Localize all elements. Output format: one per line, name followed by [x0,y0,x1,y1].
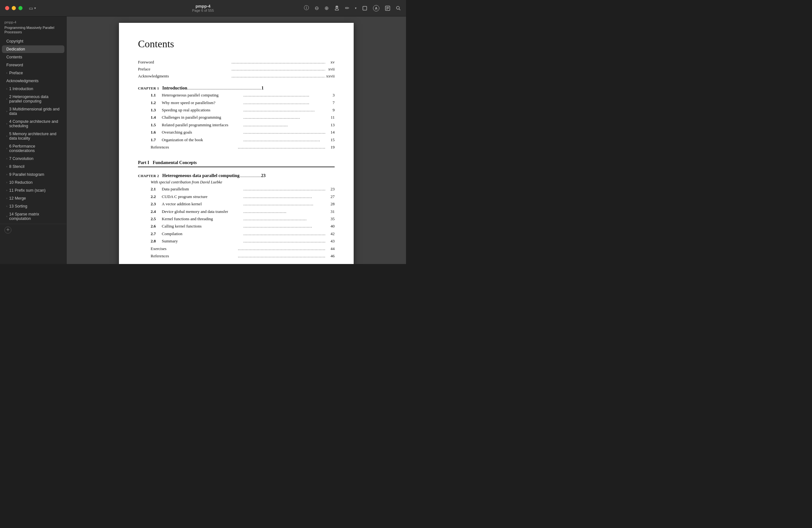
chevron-icon: › [6,122,7,125]
chevron-icon: › [6,197,7,200]
sidebar-item-copyright[interactable]: Copyright [2,38,64,45]
ch2-sec25: 2.5 Kernel functions and threading .....… [138,215,335,223]
sidebar-item-ch10[interactable]: › 10 Reduction [2,179,64,186]
markup-icon[interactable] [385,6,390,11]
ch1-label: CHAPTER 1 [138,86,159,90]
main-layout: pmpp-4 Programming Massively Parallel Pr… [0,16,406,264]
sidebar-icon: ▭ [29,6,33,11]
sidebar-item-ch7[interactable]: › 7 Convolution [2,155,64,162]
zoom-in-icon[interactable]: ⊕ [324,5,329,11]
foreword-page: xv [325,59,335,66]
chevron-icon: › [6,71,7,74]
document-page: Page 6 of 555 [192,9,214,12]
ch2-label: CHAPTER 2 [138,174,159,178]
sidebar: pmpp-4 Programming Massively Parallel Pr… [0,16,67,264]
sidebar-item-ch14[interactable]: › 14 Sparse matrix computation [2,210,64,223]
document-filename: pmpp-4 [196,4,211,9]
chevron-icon: › [6,205,7,208]
sidebar-item-ch4[interactable]: › 4 Compute architecture and scheduling [2,118,64,130]
ch2-sec23: 2.3 A vector addition kernel ...........… [138,200,335,208]
ch1-references: References .............................… [138,143,335,151]
svg-line-7 [399,9,400,10]
sidebar-item-preface[interactable]: › Preface [2,69,64,77]
toc-foreword: Foreword ...............................… [138,59,335,66]
ch1-sec12: 1.2 Why more speed or parallelism? .....… [138,99,335,106]
pdf-page: Contents Foreword ......................… [119,23,354,264]
add-document-button[interactable]: + [4,227,11,233]
close-button[interactable] [5,6,9,10]
sidebar-item-ch3[interactable]: › 3 Multidimensional grids and data [2,105,64,117]
sidebar-item-ch5[interactable]: › 5 Memory architecture and data localit… [2,130,64,142]
sidebar-item-ch6[interactable]: › 6 Performance considerations [2,142,64,155]
foreword-label: Foreword [138,59,232,66]
book-title: Programming Massively Parallel Processor… [0,25,66,37]
toc-frontmatter: Foreword ...............................… [138,59,335,80]
fit-page-icon[interactable] [362,6,367,11]
toc-preface: Preface ................................… [138,66,335,73]
sidebar-item-ch12[interactable]: › 12 Merge [2,195,64,202]
ch2-sec27: 2.7 Compilation ........................… [138,230,335,237]
maximize-button[interactable] [18,6,23,10]
minimize-button[interactable] [12,6,16,10]
chevron-icon: › [6,189,7,192]
ch1-sec16: 1.6 Overarching goals ..................… [138,129,335,136]
title-bar: ▭ ▾ pmpp-4 Page 6 of 555 ⓘ ⊖ ⊕ ✏ ▾ A [0,0,406,16]
title-center: pmpp-4 Page 6 of 555 [192,4,214,12]
sidebar-item-ch11[interactable]: › 11 Prefix sum (scan) [2,187,64,194]
ch2-exercises: Exercises ..............................… [138,245,335,252]
sidebar-item-ch1[interactable]: › 1 Introduction [2,85,64,92]
circle-a-icon[interactable]: A [373,5,379,11]
ack-label: Acknowledgments [138,73,232,80]
ch2-sec26: 2.6 Calling kernel functions ...........… [138,223,335,230]
ack-page: xxvii [325,73,335,80]
svg-rect-1 [363,6,367,10]
preface-label: Preface [138,66,232,73]
ch2-sec24: 2.4 Device global memory and data transf… [138,208,335,215]
share-icon[interactable] [334,6,339,11]
chevron-icon: › [6,215,7,218]
preface-page: xvii [325,66,335,73]
chevron-icon: › [6,87,7,90]
sidebar-item-foreword[interactable]: Foreword [2,61,64,69]
chevron-icon: › [6,110,7,113]
sidebar-item-contents[interactable]: Contents [2,53,64,61]
info-icon[interactable]: ⓘ [304,5,309,11]
ch2-sec28: 2.8 Summary ............................… [138,237,335,245]
ch1-sec14: 1.4 Challenges in parallel programming .… [138,114,335,121]
sidebar-item-ch2[interactable]: › 2 Heterogeneous data parallel computin… [2,93,64,105]
sidebar-item-ch8[interactable]: › 8 Stencil [2,163,64,170]
sidebar-bottom: + [0,224,66,236]
chevron-icon: › [6,173,7,176]
zoom-out-icon[interactable]: ⊖ [315,5,319,11]
chapter1-heading: CHAPTER 1 Introduction..................… [138,85,335,91]
chevron-icon: › [6,134,7,138]
sidebar-item-acknowledgments[interactable]: Acknowledgments [2,77,64,85]
chapter1-section: CHAPTER 1 Introduction..................… [138,85,335,151]
ch1-sec17: 1.7 Organization of the book ...........… [138,136,335,143]
sidebar-item-ch13[interactable]: › 13 Sorting [2,202,64,210]
ch1-sec13: 1.3 Speeding up real applications ......… [138,106,335,114]
app-name: pmpp-4 [0,19,66,25]
chevron-icon: › [6,181,7,184]
pdf-area[interactable]: Contents Foreword ......................… [67,16,406,264]
sidebar-item-ch9[interactable]: › 9 Parallel histogram [2,171,64,178]
chevron-icon: › [6,157,7,160]
chevron-icon: › [6,147,7,150]
chevron-icon: › [6,97,7,101]
chevron-icon: › [6,165,7,168]
sidebar-toggle[interactable]: ▭ ▾ [29,6,36,11]
sidebar-toggle-chevron: ▾ [34,6,36,10]
toolbar-right: ⓘ ⊖ ⊕ ✏ ▾ A [304,5,401,11]
annotate-dropdown-icon[interactable]: ▾ [355,6,357,10]
search-icon[interactable] [396,6,401,11]
ch1-title: Introduction............................… [162,85,335,91]
window-controls[interactable] [5,6,23,10]
chapter2-heading: CHAPTER 2 Heterogeneous data parallel co… [138,173,335,178]
contents-title: Contents [138,38,335,50]
toc-acknowledgments: Acknowledgments ........................… [138,73,335,80]
ch2-title: Heterogeneous data parallel computing...… [162,173,335,178]
annotate-icon[interactable]: ✏ [345,5,349,11]
ch1-sec15: 1.5 Related parallel programming interfa… [138,121,335,129]
sidebar-item-dedication[interactable]: Dedication [2,45,64,53]
ch2-references: References .............................… [138,252,335,259]
